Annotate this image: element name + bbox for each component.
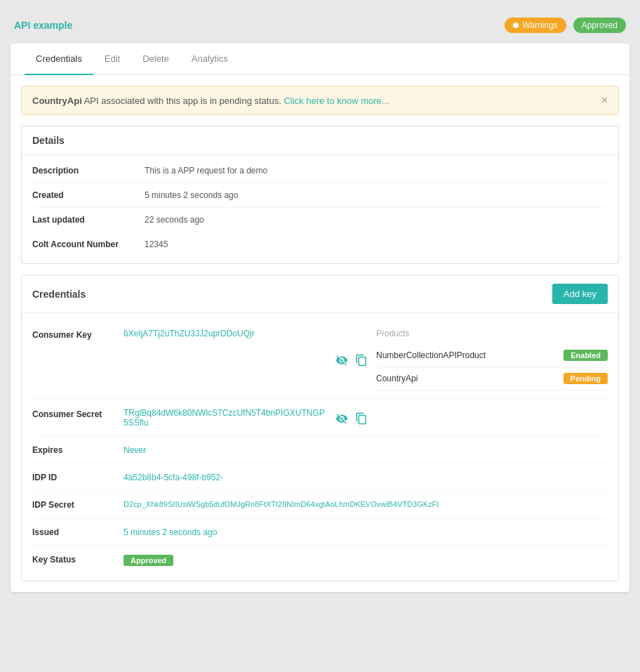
detail-value-colt-account: 12345 xyxy=(145,239,608,249)
alert-link[interactable]: Click here to know more... xyxy=(284,95,389,106)
tab-delete[interactable]: Delete xyxy=(131,44,180,75)
details-header: Details xyxy=(22,126,618,155)
tab-edit[interactable]: Edit xyxy=(93,44,131,75)
idp-id-row: IDP ID 4a52b8b4-5cfa-498f-b952- xyxy=(32,464,608,492)
product-status-1: Pending xyxy=(564,373,608,384)
detail-label-last-updated: Last updated xyxy=(32,215,145,225)
detail-row-colt-account: Colt Account Number 12345 xyxy=(32,232,608,256)
tab-analytics[interactable]: Analytics xyxy=(180,44,239,75)
issued-row: Issued 5 minutes 2 seconds ago xyxy=(32,519,608,546)
tab-credentials[interactable]: Credentials xyxy=(25,44,93,75)
issued-value: 5 minutes 2 seconds ago xyxy=(124,527,217,537)
product-row-1: CountryApi Pending xyxy=(376,367,608,390)
product-name-1: CountryApi xyxy=(376,374,418,383)
warnings-badge[interactable]: Warnings xyxy=(505,18,566,33)
consumer-key-value: 6XeIjA7Tj2uThZU3JJ2uprDDoUQjr xyxy=(124,329,328,390)
credentials-body: Consumer Key 6XeIjA7Tj2uThZU3JJ2uprDDoUQ… xyxy=(22,313,618,581)
detail-label-created: Created xyxy=(32,190,145,200)
consumer-secret-hide-icon[interactable] xyxy=(334,411,349,426)
header-approved-badge: Approved xyxy=(573,18,626,33)
detail-value-created: 5 minutes 2 seconds ago xyxy=(145,190,608,200)
idp-id-value: 4a52b8b4-5cfa-498f-b952- xyxy=(124,473,223,482)
details-section: Details Description This is a APP reques… xyxy=(21,126,619,264)
consumer-secret-value: TRglBq84dW6k80NWlcS7CzcUfN5T4bnPIGXUTNGP… xyxy=(124,408,328,428)
credentials-section-title: Credentials xyxy=(32,289,86,300)
alert-close-icon[interactable]: × xyxy=(601,95,608,106)
key-status-row: Key Status Approved xyxy=(32,546,608,574)
consumer-secret-row: Consumer Secret TRglBq84dW6k80NWlcS7CzcU… xyxy=(32,400,608,437)
credentials-section-header: Credentials Add key xyxy=(22,275,618,313)
products-label: Products xyxy=(376,329,608,338)
consumer-key-label: Consumer Key xyxy=(32,329,124,340)
warnings-label: Warnings xyxy=(522,20,557,30)
alert-bold: CountryApi xyxy=(32,95,82,106)
idp-secret-label: IDP Secret xyxy=(32,500,124,510)
detail-value-last-updated: 22 seconds ago xyxy=(145,215,608,225)
detail-row-created: Created 5 minutes 2 seconds ago xyxy=(32,183,608,208)
consumer-secret-icons xyxy=(334,409,369,428)
add-key-button[interactable]: Add key xyxy=(552,284,608,304)
alert-banner: CountryApi API associated with this app … xyxy=(21,86,619,115)
credentials-section: Credentials Add key Consumer Key 6XeIjA7… xyxy=(21,275,619,581)
key-status-approved-badge: Approved xyxy=(124,555,173,566)
expires-value: Never xyxy=(124,445,146,455)
consumer-key-icons xyxy=(334,330,369,390)
key-status-value: Approved xyxy=(124,555,173,565)
consumer-secret-middle: TRglBq84dW6k80NWlcS7CzcUfN5T4bnPIGXUTNGP… xyxy=(124,408,369,428)
product-status-0: Enabled xyxy=(564,350,608,361)
consumer-key-copy-icon[interactable] xyxy=(354,353,369,368)
idp-secret-value: D2cp_Xhk89SIIUsiWSgb5dufOMJgRn8FtXTI2IIN… xyxy=(124,500,439,508)
consumer-key-middle: 6XeIjA7Tj2uThZU3JJ2uprDDoUQjr xyxy=(124,329,369,390)
consumer-key-hide-icon[interactable] xyxy=(334,353,349,368)
main-card: Credentials Edit Delete Analytics Countr… xyxy=(11,44,629,592)
details-table: Description This is a APP request for a … xyxy=(22,155,618,263)
product-name-0: NumberCollectionAPIProduct xyxy=(376,350,486,360)
consumer-secret-label: Consumer Secret xyxy=(32,408,124,419)
top-bar-actions: Warnings Approved xyxy=(505,18,626,33)
consumer-secret-products-placeholder xyxy=(369,408,608,428)
detail-label-colt-account: Colt Account Number xyxy=(32,239,145,249)
warnings-dot-icon xyxy=(513,22,519,28)
detail-row-last-updated: Last updated 22 seconds ago xyxy=(32,208,608,232)
alert-text: CountryApi API associated with this app … xyxy=(32,95,389,106)
issued-label: Issued xyxy=(32,527,124,537)
top-bar: API example Warnings Approved xyxy=(11,11,629,40)
consumer-key-products: Products NumberCollectionAPIProduct Enab… xyxy=(369,329,608,390)
product-row-0: NumberCollectionAPIProduct Enabled xyxy=(376,344,608,367)
consumer-key-row: Consumer Key 6XeIjA7Tj2uThZU3JJ2uprDDoUQ… xyxy=(32,320,608,400)
detail-row-description: Description This is a APP request for a … xyxy=(32,159,608,183)
detail-value-description: This is a APP request for a demo xyxy=(145,166,608,176)
expires-label: Expires xyxy=(32,445,124,455)
alert-message: API associated with this app is in pendi… xyxy=(84,95,284,106)
key-status-label: Key Status xyxy=(32,555,124,565)
consumer-secret-copy-icon[interactable] xyxy=(354,411,369,426)
detail-label-description: Description xyxy=(32,166,145,176)
expires-row: Expires Never xyxy=(32,437,608,464)
idp-secret-row: IDP Secret D2cp_Xhk89SIIUsiWSgb5dufOMJgR… xyxy=(32,492,608,519)
idp-id-label: IDP ID xyxy=(32,473,124,482)
app-title: API example xyxy=(14,20,72,31)
tabs-bar: Credentials Edit Delete Analytics xyxy=(11,44,629,75)
